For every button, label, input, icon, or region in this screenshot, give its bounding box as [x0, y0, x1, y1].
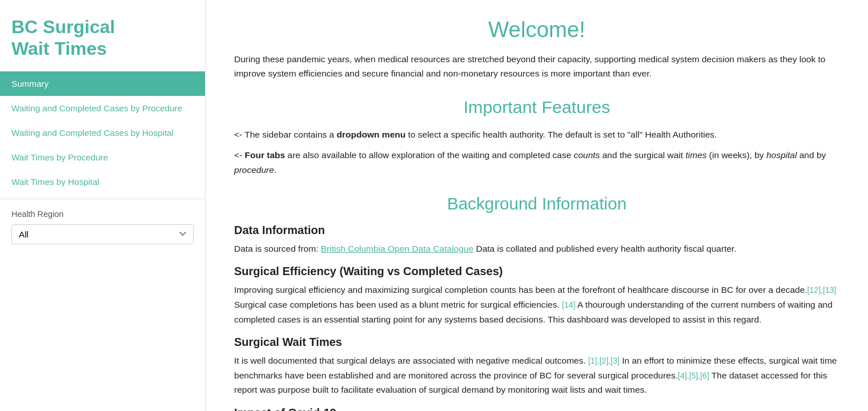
- feature1-prefix: <- The sidebar contains a: [234, 130, 337, 139]
- feature1-suffix: to select a specific health authority. T…: [405, 130, 717, 139]
- data-catalogue-link[interactable]: British Columbia Open Data Catalogue: [321, 244, 473, 253]
- feature-item-2: <- Four tabs are also available to allow…: [234, 148, 839, 178]
- feature2-middle4: and by: [797, 150, 826, 160]
- app-title-line1: BC Surgical: [11, 17, 115, 37]
- surgical-wait-text: It is well documented that surgical dela…: [234, 353, 839, 397]
- main-content: Welcome! During these pandemic years, wh…: [206, 0, 868, 411]
- feature-item-1: <- The sidebar contains a dropdown menu …: [234, 127, 839, 142]
- sidebar-item-wait-times-hospital[interactable]: Wait Times by Hospital: [0, 170, 205, 194]
- background-title: Background Information: [234, 194, 839, 213]
- surg-eff-text2: Surgical case completions has been used …: [234, 300, 562, 309]
- data-info-title: Data Information: [234, 224, 839, 237]
- feature2-suffix: .: [274, 165, 276, 175]
- sidebar-item-wait-times-procedure[interactable]: Wait Times by Procedure: [0, 145, 205, 170]
- health-region-select-wrapper: All: [0, 222, 205, 256]
- feature2-italic1: counts: [574, 150, 600, 160]
- feature2-bold: Four tabs: [245, 150, 286, 160]
- sidebar-item-waiting-by-procedure[interactable]: Waiting and Completed Cases by Procedure: [0, 96, 205, 120]
- feature2-middle1: are also available to allow exploration …: [285, 150, 573, 160]
- surg-eff-text1: Improving surgical efficiency and maximi…: [234, 285, 807, 295]
- intro-text: During these pandemic years, when medica…: [234, 53, 839, 81]
- health-region-label: Health Region: [0, 204, 205, 222]
- surgical-efficiency-text: Improving surgical efficiency and maximi…: [234, 283, 839, 327]
- sidebar-item-summary[interactable]: Summary: [0, 71, 205, 96]
- welcome-title: Welcome!: [234, 17, 839, 42]
- feature2-italic3: hospital: [766, 150, 797, 160]
- surg-eff-refs1[interactable]: [12],[13]: [807, 285, 837, 295]
- sidebar-item-waiting-by-hospital[interactable]: Waiting and Completed Cases by Hospital: [0, 120, 205, 145]
- covid-title: Impact of Covid-19: [234, 406, 839, 411]
- data-info-text: Data is sourced from: British Columbia O…: [234, 241, 839, 256]
- sidebar-divider: [0, 199, 205, 199]
- app-title: BC Surgical Wait Times: [0, 6, 205, 71]
- wait-refs1[interactable]: [1],[2],[3]: [588, 356, 620, 365]
- feature2-italic4: procedure: [234, 165, 274, 175]
- surgical-wait-title: Surgical Wait Times: [234, 336, 839, 349]
- surgical-efficiency-title: Surgical Efficiency (Waiting vs Complete…: [234, 265, 839, 278]
- feature1-bold: dropdown menu: [337, 130, 406, 139]
- app-title-line2: Wait Times: [11, 38, 107, 59]
- feature2-middle3: (in weeks), by: [707, 150, 766, 160]
- data-info-suffix: Data is collated and published every hea…: [473, 244, 737, 253]
- surg-eff-ref2[interactable]: [14]: [562, 300, 575, 309]
- sidebar: BC Surgical Wait Times Summary Waiting a…: [0, 0, 206, 411]
- feature2-italic2: times: [685, 150, 706, 160]
- feature2-arrow: <-: [234, 150, 245, 160]
- health-region-select[interactable]: All: [11, 224, 194, 244]
- important-features-title: Important Features: [234, 97, 839, 117]
- feature2-middle2: and the surgical wait: [600, 150, 685, 160]
- wait-refs2[interactable]: [4],[5],[6]: [678, 371, 709, 380]
- wait-text1: It is well documented that surgical dela…: [234, 356, 588, 365]
- data-info-prefix: Data is sourced from:: [234, 244, 321, 253]
